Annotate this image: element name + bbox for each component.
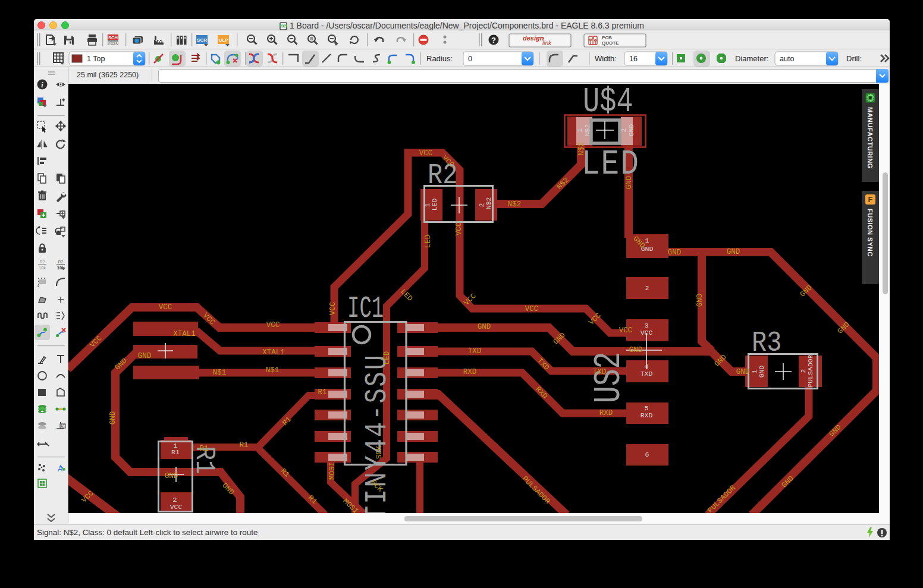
svg-text:SCR: SCR <box>197 37 207 43</box>
svg-text:auto: auto <box>780 55 794 63</box>
svg-text:GND: GND <box>736 368 750 376</box>
svg-text:GND: GND <box>727 248 740 256</box>
svg-text:VCC: VCC <box>619 326 633 335</box>
svg-text:VCC: VCC <box>170 503 183 511</box>
svg-text:MOSI: MOSI <box>328 462 337 480</box>
svg-text:1: 1 <box>576 128 583 132</box>
svg-text:GND: GND <box>625 176 633 190</box>
svg-text:VCC: VCC <box>455 222 463 236</box>
svg-text:N$2: N$2 <box>577 142 586 156</box>
svg-text:RXD: RXD <box>599 409 613 417</box>
svg-text:design: design <box>523 34 544 42</box>
svg-text:VCC: VCC <box>159 303 172 312</box>
svg-text:GND: GND <box>696 294 704 307</box>
svg-text:PULSADOR: PULSADOR <box>806 354 814 387</box>
svg-text:Radius:: Radius: <box>426 54 453 63</box>
svg-text:TXD: TXD <box>593 368 607 376</box>
svg-text:RXD: RXD <box>463 368 477 376</box>
svg-text:LED: LED <box>431 199 438 211</box>
svg-text:Drill:: Drill: <box>846 54 862 63</box>
svg-text:GND: GND <box>668 249 682 257</box>
svg-text:VCC: VCC <box>419 149 433 158</box>
svg-text:R1: R1 <box>239 441 248 449</box>
svg-text:GND: GND <box>138 352 152 360</box>
svg-text:GND: GND <box>478 323 491 331</box>
svg-text:GND: GND <box>758 366 765 378</box>
svg-text:N$1: N$1 <box>266 366 280 375</box>
svg-text:U$4: U$4 <box>583 84 633 122</box>
svg-text:10k: 10k <box>39 266 46 270</box>
svg-text:TXD: TXD <box>468 347 482 356</box>
svg-text:XTAL1: XTAL1 <box>262 348 285 357</box>
svg-text:QUOTE: QUOTE <box>602 40 619 46</box>
svg-text:GND: GND <box>627 124 635 137</box>
svg-text:GND: GND <box>165 472 178 480</box>
svg-text:VCC: VCC <box>641 329 653 337</box>
svg-text:SCH: SCH <box>108 35 118 40</box>
svg-text:N$2: N$2 <box>508 200 522 209</box>
svg-text:VCC: VCC <box>266 321 280 329</box>
svg-text:1 Top: 1 Top <box>87 55 105 63</box>
svg-text:RXD: RXD <box>641 411 653 419</box>
svg-text:R2: R2 <box>40 260 45 264</box>
svg-text:ULP: ULP <box>219 37 229 43</box>
svg-text:R1: R1 <box>171 448 180 456</box>
svg-text:Width:: Width: <box>595 54 617 63</box>
svg-text:LED: LED <box>383 351 391 365</box>
svg-text:R3: R3 <box>752 326 781 359</box>
svg-text:16: 16 <box>629 55 638 63</box>
svg-text:BRD: BRD <box>108 40 118 46</box>
svg-text:VCC: VCC <box>329 302 337 316</box>
svg-text:2: 2 <box>620 128 627 132</box>
svg-text:LED: LED <box>424 235 432 249</box>
svg-text:BRD: BRD <box>281 24 287 27</box>
svg-text:N$1: N$1 <box>213 369 227 377</box>
svg-text:XTAL1: XTAL1 <box>173 330 196 338</box>
svg-text:VCC: VCC <box>525 305 539 313</box>
svg-text:R2: R2 <box>58 260 64 264</box>
svg-text:GND: GND <box>109 411 117 425</box>
svg-text:SCK: SCK <box>375 445 384 459</box>
svg-text:2: 2 <box>645 284 649 292</box>
svg-text:US2: US2 <box>588 352 630 403</box>
svg-text:R1: R1 <box>199 445 208 453</box>
svg-text:N$2: N$2 <box>583 124 591 137</box>
svg-text:Diameter:: Diameter: <box>735 54 768 63</box>
svg-text:TXD: TXD <box>641 370 653 378</box>
svg-text:R1: R1 <box>318 388 326 397</box>
svg-text:link: link <box>542 40 552 46</box>
svg-text:GND: GND <box>629 346 643 354</box>
svg-text:?: ? <box>491 36 496 45</box>
svg-text:0: 0 <box>468 55 472 63</box>
svg-text:IC1: IC1 <box>347 292 384 326</box>
svg-text:PCB: PCB <box>602 35 612 40</box>
svg-text:N$2: N$2 <box>485 197 492 210</box>
svg-text:6: 6 <box>645 451 649 458</box>
svg-text:AT: AT <box>61 424 65 428</box>
